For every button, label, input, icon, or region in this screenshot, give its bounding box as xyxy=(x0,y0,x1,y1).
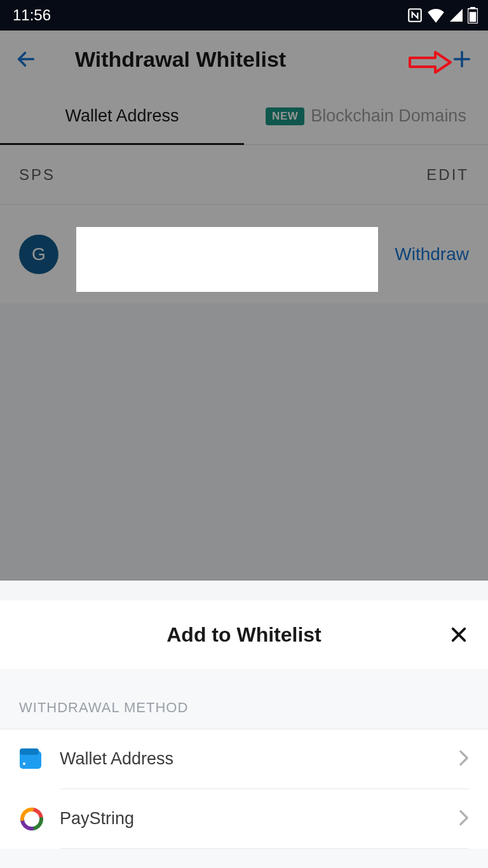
wifi-icon xyxy=(427,8,445,23)
method-paystring[interactable]: PayString xyxy=(0,789,488,849)
method-list: Wallet Address PayString xyxy=(0,729,488,849)
signal-icon xyxy=(449,8,464,23)
close-button[interactable] xyxy=(449,624,469,645)
chevron-right-icon xyxy=(459,809,469,829)
modal-backdrop[interactable] xyxy=(0,31,488,581)
battery-icon xyxy=(468,7,478,24)
arrow-annotation xyxy=(407,50,453,78)
bottom-sheet: Add to Whitelist WITHDRAWAL METHOD Walle… xyxy=(0,600,488,868)
wallet-icon xyxy=(19,747,44,772)
method-name: PayString xyxy=(60,809,134,829)
svg-rect-3 xyxy=(470,12,476,22)
svg-point-11 xyxy=(23,762,25,765)
arrow-right-icon xyxy=(407,50,453,75)
status-bar: 11:56 xyxy=(0,0,488,31)
svg-rect-10 xyxy=(20,748,39,755)
method-section-label: WITHDRAWAL METHOD xyxy=(0,669,488,729)
method-name: Wallet Address xyxy=(60,749,173,769)
method-wallet-address[interactable]: Wallet Address xyxy=(0,729,488,789)
close-icon xyxy=(449,624,469,645)
paystring-icon xyxy=(19,806,44,832)
nfc-icon xyxy=(407,7,423,24)
chevron-right-icon xyxy=(459,750,469,769)
sheet-body: WITHDRAWAL METHOD Wallet Address xyxy=(0,669,488,868)
status-time: 11:56 xyxy=(13,6,51,24)
status-icons xyxy=(407,7,478,24)
svg-rect-2 xyxy=(470,7,475,9)
redaction-block xyxy=(76,227,378,292)
sheet-title: Add to Whitelist xyxy=(166,623,322,647)
sheet-header: Add to Whitelist xyxy=(0,600,488,669)
